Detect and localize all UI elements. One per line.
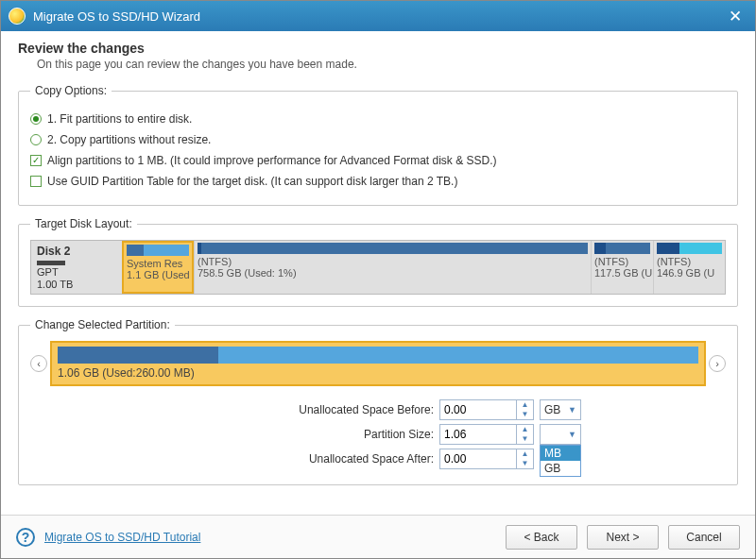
unalloc-before-input[interactable]: ▲▼ xyxy=(439,399,534,420)
selected-partition-label: 1.06 GB (Used:260.00 MB) xyxy=(58,366,698,380)
footer: ? Migrate OS to SSD/HD Tutorial < Back N… xyxy=(1,515,755,558)
option-label: 1. Fit partitions to entire disk. xyxy=(47,110,192,127)
option-fit-partitions[interactable]: 1. Fit partitions to entire disk. xyxy=(30,110,726,127)
option-label: Use GUID Partition Table for the target … xyxy=(47,173,457,190)
partition-size: 117.5 GB (U: xyxy=(594,267,650,279)
next-button[interactable]: Next > xyxy=(587,525,659,550)
back-button[interactable]: < Back xyxy=(506,525,577,550)
tutorial-link[interactable]: Migrate OS to SSD/HD Tutorial xyxy=(44,531,200,544)
option-label: Align partitions to 1 MB. (It could impr… xyxy=(47,152,497,169)
unalloc-before-value[interactable] xyxy=(440,403,516,416)
partition-label: (NTFS) xyxy=(198,256,588,267)
partition-size-label: Partition Size: xyxy=(175,428,434,441)
chevron-down-icon: ▼ xyxy=(568,405,576,415)
disk-type: GPT xyxy=(37,266,116,278)
unalloc-before-label: Unallocated Space Before: xyxy=(175,403,434,416)
change-selected-legend: Change Selected Partition: xyxy=(30,318,175,331)
unit-value: GB xyxy=(544,403,560,416)
partition-system-reserved[interactable]: System Res 1.1 GB (Used xyxy=(122,241,194,294)
partition-ntfs-4[interactable]: (NTFS) 146.9 GB (U xyxy=(653,241,725,294)
partition-size-unit[interactable]: ▼ MB GB xyxy=(540,424,581,445)
option-label: 2. Copy partitions without resize. xyxy=(47,131,211,148)
partition-size: 146.9 GB (U xyxy=(657,267,722,279)
spin-down-icon[interactable]: ▼ xyxy=(517,410,533,419)
next-partition-button[interactable]: › xyxy=(709,355,726,372)
page-title: Review the changes xyxy=(18,41,738,56)
titlebar: Migrate OS to SSD/HD Wizard ✕ xyxy=(1,1,755,31)
chevron-down-icon: ▼ xyxy=(568,430,576,439)
partition-size: 1.1 GB (Used xyxy=(127,269,189,280)
selected-partition[interactable]: 1.06 GB (Used:260.00 MB) xyxy=(50,341,706,386)
spin-up-icon[interactable]: ▲ xyxy=(517,449,533,459)
partition-ntfs-main[interactable]: (NTFS) 758.5 GB (Used: 1%) xyxy=(194,241,591,294)
spin-up-icon[interactable]: ▲ xyxy=(517,425,533,434)
unit-option-gb[interactable]: GB xyxy=(541,461,580,476)
checkbox-icon: ✓ xyxy=(30,155,42,166)
partition-size-value[interactable] xyxy=(440,428,516,441)
option-use-guid[interactable]: Use GUID Partition Table for the target … xyxy=(30,173,726,190)
disk-name: Disk 2 xyxy=(37,245,116,258)
unalloc-after-input[interactable]: ▲▼ xyxy=(439,449,534,469)
partition-label: (NTFS) xyxy=(657,256,722,267)
partition-ntfs-3[interactable]: (NTFS) 117.5 GB (U: xyxy=(591,241,653,294)
option-align-1mb[interactable]: ✓ Align partitions to 1 MB. (It could im… xyxy=(30,152,726,169)
partition-params: Unallocated Space Before: ▲▼ GB▼ Partiti… xyxy=(175,399,581,469)
spin-up-icon[interactable]: ▲ xyxy=(517,400,533,410)
unalloc-after-value[interactable] xyxy=(440,452,516,466)
partition-label: System Res xyxy=(127,258,189,269)
unalloc-before-unit[interactable]: GB▼ xyxy=(540,399,581,420)
unit-value xyxy=(544,428,547,441)
option-copy-noresize[interactable]: 2. Copy partitions without resize. xyxy=(30,131,726,148)
close-icon[interactable]: ✕ xyxy=(723,7,747,26)
unit-dropdown: MB GB xyxy=(540,445,581,477)
disk-row: Disk 2 GPT 1.00 TB System Res 1.1 GB (Us… xyxy=(30,240,726,295)
page-subtitle: On this page you can review the changes … xyxy=(18,58,738,71)
help-icon[interactable]: ? xyxy=(16,528,35,547)
window-title: Migrate OS to SSD/HD Wizard xyxy=(33,9,723,24)
prev-partition-button[interactable]: ‹ xyxy=(30,355,47,372)
app-icon xyxy=(9,8,26,25)
partition-size-input[interactable]: ▲▼ xyxy=(439,424,534,445)
spin-down-icon[interactable]: ▼ xyxy=(517,434,533,444)
spin-down-icon[interactable]: ▼ xyxy=(517,459,533,468)
radio-icon xyxy=(30,134,42,145)
disk-size: 1.00 TB xyxy=(37,279,116,290)
copy-options-group: Copy Options: 1. Fit partitions to entir… xyxy=(18,84,738,206)
change-selected-partition-group: Change Selected Partition: ‹ 1.06 GB (Us… xyxy=(18,318,738,485)
copy-options-legend: Copy Options: xyxy=(30,84,112,97)
partition-size: 758.5 GB (Used: 1%) xyxy=(198,267,588,279)
checkbox-icon xyxy=(30,176,42,187)
unit-option-mb[interactable]: MB xyxy=(541,446,580,461)
disk-info: Disk 2 GPT 1.00 TB xyxy=(31,241,122,294)
target-disk-layout-legend: Target Disk Layout: xyxy=(30,217,137,230)
target-disk-layout-group: Target Disk Layout: Disk 2 GPT 1.00 TB S… xyxy=(18,217,738,307)
partition-label: (NTFS) xyxy=(594,256,650,267)
unalloc-after-label: Unallocated Space After: xyxy=(175,452,434,466)
disk-icon xyxy=(37,261,65,265)
radio-icon xyxy=(30,113,42,125)
cancel-button[interactable]: Cancel xyxy=(668,525,740,550)
